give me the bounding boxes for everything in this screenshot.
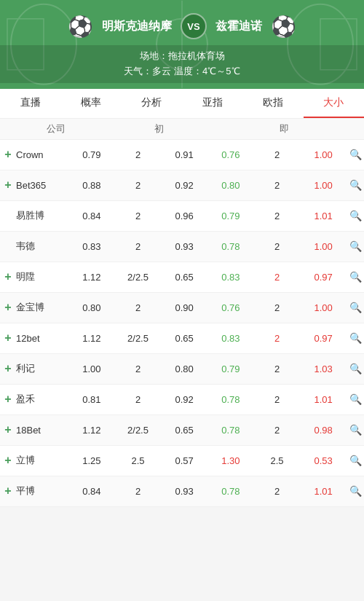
val-initial-2: 2 (115, 486, 162, 497)
val-now-3: 1.01 (300, 211, 347, 221)
val-now-1: 0.76 (207, 149, 254, 160)
weather-info: 天气：多云 温度：4℃～5℃ (7, 64, 357, 79)
search-icon[interactable]: 🔍 (347, 240, 364, 252)
table-row: + 12bet 1.12 2/2.5 0.65 0.83 2 0.97 🔍 (0, 323, 364, 354)
val-initial-3: 0.65 (161, 272, 207, 283)
table-row: + 明陞 1.12 2/2.5 0.65 0.83 2 0.97 🔍 (0, 262, 364, 293)
search-icon[interactable]: 🔍 (347, 302, 364, 313)
match-teams: ⚽ 明斯克迪纳摩 VS 兹霍迪诺 ⚽ (0, 7, 364, 45)
tab-european[interactable]: 欧指 (242, 89, 303, 118)
val-now-2: 2 (254, 364, 301, 374)
val-now-3: 1.01 (300, 394, 347, 405)
val-now-1: 0.79 (207, 211, 254, 221)
val-now-3: 0.53 (300, 455, 347, 466)
search-icon[interactable]: 🔍 (347, 332, 364, 344)
search-icon[interactable]: 🔍 (347, 210, 364, 221)
expand-button[interactable]: + (0, 362, 16, 375)
tab-live[interactable]: 直播 (0, 89, 60, 118)
expand-button[interactable]: + (0, 148, 16, 161)
table-row: 韦德 0.83 2 0.93 0.78 2 1.00 🔍 (0, 232, 364, 262)
val-initial-1: 0.88 (68, 180, 115, 191)
search-icon[interactable]: 🔍 (347, 179, 364, 191)
val-now-3: 0.97 (300, 272, 347, 283)
company-name: 平博 (16, 484, 68, 498)
val-initial-1: 1.25 (68, 455, 115, 466)
val-initial-2: 2 (115, 241, 162, 252)
table-row: 易胜博 0.84 2 0.96 0.79 2 1.01 🔍 (0, 201, 364, 232)
search-icon[interactable]: 🔍 (347, 271, 364, 283)
away-team-icon: ⚽ (271, 15, 296, 39)
table-row: + 18Bet 1.12 2/2.5 0.65 0.78 2 0.98 🔍 (0, 415, 364, 446)
val-initial-2: 2/2.5 (115, 425, 162, 436)
table-row: + 利记 1.00 2 0.80 0.79 2 1.03 🔍 (0, 354, 364, 385)
search-icon[interactable]: 🔍 (347, 393, 364, 405)
val-initial-3: 0.65 (161, 333, 207, 344)
val-now-2: 2 (254, 333, 301, 344)
search-icon[interactable]: 🔍 (347, 455, 364, 466)
expand-button[interactable]: + (0, 393, 16, 406)
table-row: + 平博 0.84 2 0.93 0.78 2 1.01 🔍 (0, 476, 364, 507)
val-initial-3: 0.80 (161, 364, 207, 374)
vs-badge: VS (181, 13, 207, 39)
odds-table: + Crown 0.79 2 0.91 0.76 2 1.00 🔍 + Bet3… (0, 140, 364, 507)
company-name: 明陞 (16, 270, 68, 283)
val-now-2: 2 (254, 302, 301, 313)
val-initial-1: 1.12 (68, 333, 115, 344)
val-initial-2: 2 (115, 149, 162, 160)
home-team-icon: ⚽ (68, 15, 93, 39)
expand-button[interactable]: + (0, 331, 16, 345)
tab-analysis[interactable]: 分析 (122, 89, 182, 118)
val-now-3: 0.98 (300, 425, 347, 436)
val-now-2: 2.5 (254, 455, 301, 466)
expand-button[interactable]: + (0, 301, 16, 314)
subheader-now: 即 (221, 122, 347, 135)
company-name: 盈禾 (16, 393, 68, 406)
tab-asian[interactable]: 亚指 (182, 89, 242, 118)
val-initial-3: 0.93 (161, 241, 207, 252)
val-now-3: 1.00 (300, 302, 347, 313)
val-initial-3: 0.96 (161, 211, 207, 221)
val-now-2: 2 (254, 180, 301, 191)
table-row: + 金宝博 0.80 2 0.90 0.76 2 1.00 🔍 (0, 293, 364, 323)
val-initial-1: 0.80 (68, 302, 115, 313)
match-info: 场地：拖拉机体育场 天气：多云 温度：4℃～5℃ (0, 45, 364, 83)
company-name: Bet365 (16, 180, 68, 191)
val-initial-1: 0.84 (68, 486, 115, 497)
val-now-3: 1.01 (300, 486, 347, 497)
search-icon[interactable]: 🔍 (347, 149, 364, 160)
subheader-company: 公司 (16, 122, 96, 135)
venue-info: 场地：拖拉机体育场 (7, 49, 357, 64)
val-now-3: 0.97 (300, 333, 347, 344)
val-initial-3: 0.90 (161, 302, 207, 313)
val-initial-3: 0.91 (161, 149, 207, 160)
val-now-2: 2 (254, 211, 301, 221)
expand-button[interactable]: + (0, 178, 16, 192)
tab-size[interactable]: 大小 (304, 89, 364, 118)
val-initial-2: 2/2.5 (115, 272, 162, 283)
val-initial-1: 0.83 (68, 241, 115, 252)
val-initial-1: 0.79 (68, 149, 115, 160)
val-now-2: 2 (254, 394, 301, 405)
val-initial-3: 0.92 (161, 394, 207, 405)
expand-button[interactable]: + (0, 270, 16, 283)
val-now-1: 0.78 (207, 394, 254, 405)
val-now-3: 1.00 (300, 180, 347, 191)
subheader-initial: 初 (96, 122, 221, 135)
expand-button[interactable]: + (0, 454, 16, 467)
expand-button[interactable]: + (0, 484, 16, 498)
val-now-1: 0.83 (207, 272, 254, 283)
search-icon[interactable]: 🔍 (347, 363, 364, 374)
search-icon[interactable]: 🔍 (347, 485, 364, 497)
table-row: + Bet365 0.88 2 0.92 0.80 2 1.00 🔍 (0, 170, 364, 201)
team-home: 明斯克迪纳摩 (102, 19, 172, 34)
val-initial-2: 2 (115, 302, 162, 313)
table-row: + 立博 1.25 2.5 0.57 1.30 2.5 0.53 🔍 (0, 446, 364, 476)
tab-odds[interactable]: 概率 (60, 89, 121, 118)
company-name: 易胜博 (16, 209, 68, 222)
table-row: + 盈禾 0.81 2 0.92 0.78 2 1.01 🔍 (0, 385, 364, 415)
expand-button[interactable]: + (0, 423, 16, 436)
match-header: ⚽ 明斯克迪纳摩 VS 兹霍迪诺 ⚽ 场地：拖拉机体育场 天气：多云 温度：4℃… (0, 0, 364, 89)
val-now-1: 0.78 (207, 425, 254, 436)
val-initial-2: 2/2.5 (115, 333, 162, 344)
search-icon[interactable]: 🔍 (347, 424, 364, 436)
